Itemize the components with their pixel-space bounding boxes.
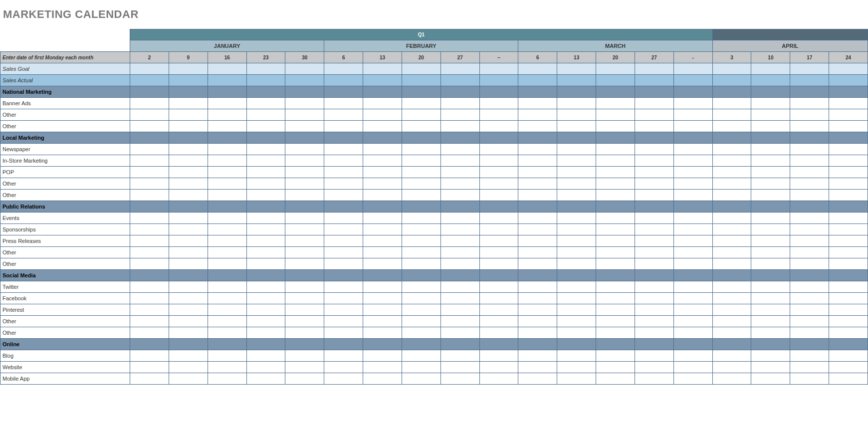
data-cell[interactable] xyxy=(440,247,479,258)
data-cell[interactable] xyxy=(712,167,751,178)
data-cell[interactable] xyxy=(285,224,324,235)
data-cell[interactable] xyxy=(479,316,518,327)
data-cell[interactable] xyxy=(751,121,790,132)
data-cell[interactable] xyxy=(790,109,829,121)
data-cell[interactable] xyxy=(829,316,868,327)
data-cell[interactable] xyxy=(285,258,324,270)
data-cell[interactable] xyxy=(208,167,246,178)
data-cell[interactable] xyxy=(324,350,363,362)
data-cell[interactable] xyxy=(324,98,363,109)
data-cell[interactable] xyxy=(246,327,285,339)
data-cell[interactable] xyxy=(440,304,479,316)
data-cell[interactable] xyxy=(130,155,169,167)
data-cell[interactable] xyxy=(324,316,363,327)
data-cell[interactable] xyxy=(479,373,518,385)
data-cell[interactable] xyxy=(208,258,246,270)
data-cell[interactable] xyxy=(285,235,324,247)
data-cell[interactable] xyxy=(518,190,557,201)
data-cell[interactable] xyxy=(712,281,751,293)
data-cell[interactable] xyxy=(169,213,208,224)
data-cell[interactable] xyxy=(518,281,557,293)
data-cell[interactable] xyxy=(479,121,518,132)
data-cell[interactable] xyxy=(246,373,285,385)
data-cell[interactable] xyxy=(246,258,285,270)
data-cell[interactable] xyxy=(751,247,790,258)
week-cell[interactable]: 6 xyxy=(324,52,363,63)
data-cell[interactable] xyxy=(518,132,557,144)
data-cell[interactable] xyxy=(751,63,790,75)
data-cell[interactable] xyxy=(596,327,635,339)
data-cell[interactable] xyxy=(440,98,479,109)
data-cell[interactable] xyxy=(208,270,246,281)
data-cell[interactable] xyxy=(712,144,751,155)
data-cell[interactable] xyxy=(130,224,169,235)
data-cell[interactable] xyxy=(751,190,790,201)
data-cell[interactable] xyxy=(635,155,673,167)
data-cell[interactable] xyxy=(557,98,596,109)
data-cell[interactable] xyxy=(751,132,790,144)
data-cell[interactable] xyxy=(246,63,285,75)
data-cell[interactable] xyxy=(363,316,402,327)
data-cell[interactable] xyxy=(596,316,635,327)
data-cell[interactable] xyxy=(596,281,635,293)
data-cell[interactable] xyxy=(596,178,635,190)
data-cell[interactable] xyxy=(285,98,324,109)
data-cell[interactable] xyxy=(635,339,673,350)
data-cell[interactable] xyxy=(324,258,363,270)
data-cell[interactable] xyxy=(751,98,790,109)
data-cell[interactable] xyxy=(829,247,868,258)
data-cell[interactable] xyxy=(246,75,285,86)
data-cell[interactable] xyxy=(208,304,246,316)
data-cell[interactable] xyxy=(285,350,324,362)
data-cell[interactable] xyxy=(751,167,790,178)
data-cell[interactable] xyxy=(402,224,440,235)
data-cell[interactable] xyxy=(402,86,440,98)
data-cell[interactable] xyxy=(285,339,324,350)
data-cell[interactable] xyxy=(324,373,363,385)
data-cell[interactable] xyxy=(557,86,596,98)
data-cell[interactable] xyxy=(596,167,635,178)
data-cell[interactable] xyxy=(324,270,363,281)
data-cell[interactable] xyxy=(479,327,518,339)
data-cell[interactable] xyxy=(479,75,518,86)
data-cell[interactable] xyxy=(208,75,246,86)
data-cell[interactable] xyxy=(246,304,285,316)
data-cell[interactable] xyxy=(518,86,557,98)
data-cell[interactable] xyxy=(479,167,518,178)
data-cell[interactable] xyxy=(402,258,440,270)
data-cell[interactable] xyxy=(790,339,829,350)
data-cell[interactable] xyxy=(130,121,169,132)
data-cell[interactable] xyxy=(169,373,208,385)
data-cell[interactable] xyxy=(440,75,479,86)
data-cell[interactable] xyxy=(324,155,363,167)
data-cell[interactable] xyxy=(518,63,557,75)
data-cell[interactable] xyxy=(246,201,285,213)
data-cell[interactable] xyxy=(829,86,868,98)
data-cell[interactable] xyxy=(130,132,169,144)
week-cell[interactable]: 3 xyxy=(712,52,751,63)
data-cell[interactable] xyxy=(712,178,751,190)
data-cell[interactable] xyxy=(635,373,673,385)
data-cell[interactable] xyxy=(479,178,518,190)
data-cell[interactable] xyxy=(169,201,208,213)
data-cell[interactable] xyxy=(169,293,208,304)
data-cell[interactable] xyxy=(324,121,363,132)
data-cell[interactable] xyxy=(169,270,208,281)
data-cell[interactable] xyxy=(324,339,363,350)
data-cell[interactable] xyxy=(208,121,246,132)
data-cell[interactable] xyxy=(246,316,285,327)
data-cell[interactable] xyxy=(790,327,829,339)
data-cell[interactable] xyxy=(712,350,751,362)
data-cell[interactable] xyxy=(829,167,868,178)
data-cell[interactable] xyxy=(479,281,518,293)
data-cell[interactable] xyxy=(596,293,635,304)
data-cell[interactable] xyxy=(673,201,712,213)
data-cell[interactable] xyxy=(246,293,285,304)
data-cell[interactable] xyxy=(324,75,363,86)
data-cell[interactable] xyxy=(169,327,208,339)
data-cell[interactable] xyxy=(285,75,324,86)
data-cell[interactable] xyxy=(363,281,402,293)
data-cell[interactable] xyxy=(557,144,596,155)
data-cell[interactable] xyxy=(285,109,324,121)
data-cell[interactable] xyxy=(635,247,673,258)
